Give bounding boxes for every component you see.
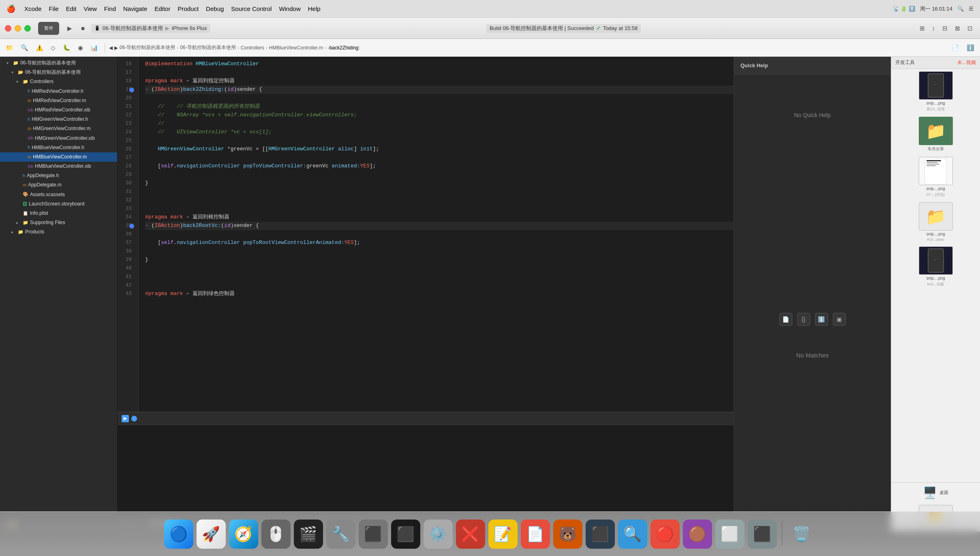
breadcrumb-part-1[interactable]: 06-导航控制器的基本使用 xyxy=(120,44,175,51)
menu-navigate[interactable]: Navigate xyxy=(123,5,147,12)
inspector-toggle[interactable]: ↕ xyxy=(930,24,938,33)
dock-pdf[interactable]: 📄 xyxy=(521,520,550,549)
warning-btn[interactable]: ⚠️ xyxy=(33,43,46,53)
close-button[interactable] xyxy=(5,25,11,32)
dock-bear[interactable]: 🐻 xyxy=(553,520,582,549)
dock-app1[interactable]: ⬛ xyxy=(586,520,615,549)
stop-button[interactable]: ■ xyxy=(79,24,87,33)
qh-btn-view[interactable]: ▣ xyxy=(833,313,846,326)
thumbnail-item-5[interactable]: 📱 snip....png ios1...试题 xyxy=(894,246,978,287)
breakpoint-35[interactable] xyxy=(129,224,134,229)
sidebar-item-products[interactable]: ▸ 📁 Products xyxy=(0,227,117,237)
qh-btn-doc[interactable]: 📄 xyxy=(779,313,792,326)
sidebar-item-hmred-m[interactable]: m HMRedViewController.m xyxy=(0,96,117,105)
report-btn[interactable]: 📊 xyxy=(88,43,101,53)
breadcrumb-part-2[interactable]: 06-导航控制器的基本使用 xyxy=(180,44,235,51)
dock-app4[interactable]: ⬜ xyxy=(715,520,745,549)
sidebar-item-hmred-xib[interactable]: xib HMRedViewController.xib xyxy=(0,105,117,115)
menu-edit[interactable]: Edit xyxy=(66,5,77,12)
dock-trash[interactable]: 🗑️ xyxy=(787,520,816,549)
layout-btn3[interactable]: ⊡ xyxy=(965,24,975,33)
add-file-btn[interactable]: 📄 xyxy=(949,43,962,53)
dock-app2[interactable]: 🔴 xyxy=(650,520,680,549)
sidebar-item-root2[interactable]: ▾ 📂 06-导航控制器的基本使用 xyxy=(0,68,117,77)
navigator-toggle[interactable]: ⊞ xyxy=(917,24,927,33)
sidebar-item-infoplist[interactable]: 📋 Info.plist xyxy=(0,209,117,218)
pause-button[interactable]: 暂停 xyxy=(38,22,59,35)
menu-window[interactable]: Window xyxy=(279,5,300,12)
menu-xcode[interactable]: Xcode xyxy=(24,5,42,12)
menu-editor[interactable]: Editor xyxy=(154,5,170,12)
dock-tools[interactable]: 🔧 xyxy=(326,520,355,549)
qh-btn-code[interactable]: {} xyxy=(797,313,810,326)
line-numbers: 16 17 18 19 20 21 22 23 24 25 26 27 28 2… xyxy=(118,57,139,412)
layout-btn2[interactable]: ⊠ xyxy=(952,24,963,33)
layout-btn1[interactable]: ⊟ xyxy=(940,24,950,33)
sidebar-item-appdelegate-m[interactable]: m AppDelegate.m xyxy=(0,180,117,190)
find-btn[interactable]: 🔍 xyxy=(18,43,31,53)
menu-find[interactable]: Find xyxy=(104,5,116,12)
dock-safari[interactable]: 🧭 xyxy=(229,520,258,549)
menu-product[interactable]: Product xyxy=(178,5,199,12)
dock-terminal[interactable]: ⬛ xyxy=(391,520,420,549)
sidebar-item-root1[interactable]: ▾ 📁 06-导航控制器的基本使用 xyxy=(0,58,117,68)
menu-bar-search[interactable]: 🔍 xyxy=(957,6,964,12)
menu-view[interactable]: View xyxy=(84,5,97,12)
dock-film[interactable]: 🎬 xyxy=(294,520,323,549)
maximize-button[interactable] xyxy=(24,25,31,32)
dock-finder[interactable]: 🔵 xyxy=(164,520,193,549)
menu-source-control[interactable]: Source Control xyxy=(231,5,272,12)
sidebar-item-launchscreen[interactable]: 🖼 LaunchScreen.storyboard xyxy=(0,199,117,209)
code-editor[interactable]: 16 17 18 19 20 21 22 23 24 25 26 27 28 2… xyxy=(118,57,734,412)
thumbnail-item-3[interactable]: snip....png 07-...(优化) xyxy=(894,157,978,197)
nav-back[interactable]: ◀ xyxy=(109,45,113,51)
dock-mouse[interactable]: 🖱️ xyxy=(261,520,291,549)
nav-forward[interactable]: ▶ xyxy=(114,45,118,51)
sidebar-item-controllers[interactable]: ▾ 📁 Controllers xyxy=(0,77,117,86)
qh-btn-info[interactable]: ℹ️ xyxy=(815,313,828,326)
run-button[interactable]: ▶ xyxy=(65,24,75,33)
minimize-button[interactable] xyxy=(15,25,21,32)
thumbnail-item-4[interactable]: 📁 snip....png KSI...aster xyxy=(894,202,978,242)
sidebar-item-hmblue-xib[interactable]: xib HMBlueViewController.xib xyxy=(0,162,117,171)
code-lines[interactable]: @implementation HMBlueViewController #pr… xyxy=(139,57,734,412)
dock-notes[interactable]: 📝 xyxy=(488,520,518,549)
apple-menu[interactable]: 🍎 xyxy=(6,4,15,13)
sidebar-item-hmblue-h[interactable]: h HMBlueViewController.h xyxy=(0,143,117,152)
sidebar-item-hmred-h[interactable]: h HMRedViewController.h xyxy=(0,87,117,96)
menu-bar-right: 📡 🔋 ⬆️ 周一 16:01:14 🔍 ☰ xyxy=(893,5,974,13)
sidebar-item-hmgreen-m[interactable]: m HMGreenViewController.m xyxy=(0,124,117,133)
debug-btn[interactable]: 🐛 xyxy=(60,43,73,53)
sidebar-item-hmgreen-xib[interactable]: xib HMGreenViewController.xib xyxy=(0,134,117,143)
breakpoint-btn[interactable]: ◉ xyxy=(75,43,86,53)
sidebar-item-hmgreen-h[interactable]: h HMGreenViewController.h xyxy=(0,115,117,124)
dock-app3[interactable]: 🟤 xyxy=(683,520,712,549)
dock-settings[interactable]: ⚙️ xyxy=(424,520,453,549)
breadcrumb-part-3[interactable]: Controllers xyxy=(241,45,264,51)
test-btn[interactable]: ◇ xyxy=(48,43,58,53)
dock-launchpad[interactable]: 🚀 xyxy=(197,520,226,549)
sidebar-item-hmblue-m[interactable]: m HMBlueViewController.m xyxy=(0,152,117,162)
sidebar-item-appdelegate-h[interactable]: h AppDelegate.h xyxy=(0,171,117,180)
info-btn[interactable]: ℹ️ xyxy=(964,43,977,53)
dock-xmind[interactable]: ❌ xyxy=(456,520,485,549)
menu-file[interactable]: File xyxy=(49,5,59,12)
scheme-selector[interactable]: 📱 06-导航控制器的基本使用 ▶ iPhone 6s Plus xyxy=(91,24,210,33)
dock-app5[interactable]: ⬛ xyxy=(748,520,777,549)
sidebar-icons-btn[interactable]: 📁 xyxy=(3,43,16,53)
sidebar-item-supporting[interactable]: ▸ 📁 Supporting Files xyxy=(0,218,117,227)
dock-folder1[interactable]: ⬛ xyxy=(359,520,388,549)
breakpoint-19[interactable] xyxy=(129,88,134,92)
menu-bar-control[interactable]: ☰ xyxy=(969,6,974,12)
code-line-22: // NSArray *vcs = self.navigationControl… xyxy=(145,111,734,120)
thumbnail-item-1[interactable]: 📱 snip....png 第13...业准 xyxy=(894,71,978,112)
menu-help[interactable]: Help xyxy=(308,5,321,12)
breadcrumb-part-5[interactable]: -back2Zhiding: xyxy=(328,45,360,51)
sidebar-item-assets[interactable]: 🎨 Assets.xcassets xyxy=(0,190,117,199)
breadcrumb-part-4[interactable]: HMBlueViewController.m xyxy=(269,45,323,51)
thumbnail-item-2[interactable]: 📁 车丹分享 xyxy=(894,117,978,152)
dock-preview[interactable]: 🔍 xyxy=(618,520,647,549)
editor-indicator-bar: ▶ xyxy=(118,412,734,425)
menu-debug[interactable]: Debug xyxy=(206,5,224,12)
breadcrumb: ◀ ▶ 06-导航控制器的基本使用 › 06-导航控制器的基本使用 › Cont… xyxy=(109,44,947,51)
